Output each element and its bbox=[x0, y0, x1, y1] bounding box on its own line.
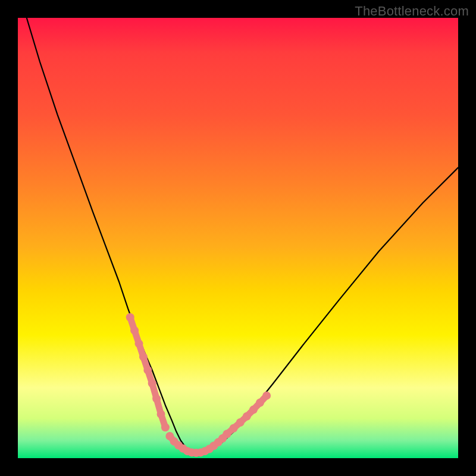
highlight-right bbox=[209, 392, 271, 450]
highlight-left-dot bbox=[130, 326, 139, 334]
highlight-right-dot bbox=[230, 424, 238, 433]
highlight-left-dot bbox=[161, 423, 170, 431]
highlight-right-dot bbox=[262, 392, 271, 400]
highlight-right-dot bbox=[249, 406, 258, 414]
highlight-left-dot bbox=[139, 353, 148, 361]
curve-line bbox=[27, 18, 458, 453]
highlight-left-dot bbox=[143, 366, 152, 374]
highlight-right-dot bbox=[223, 430, 231, 438]
highlight-left-dot bbox=[148, 379, 156, 387]
highlight-bottom bbox=[165, 432, 214, 457]
highlight-left-dot bbox=[157, 410, 165, 418]
highlight-left-dot bbox=[126, 313, 134, 321]
highlight-right-dot bbox=[243, 412, 251, 421]
chart-svg bbox=[18, 18, 458, 458]
highlight-left-dot bbox=[135, 340, 143, 348]
watermark-text: TheBottleneck.com bbox=[355, 4, 469, 19]
chart-area bbox=[18, 18, 458, 458]
highlight-left bbox=[126, 313, 170, 431]
highlight-right-dot bbox=[236, 418, 245, 427]
highlight-left-dot bbox=[152, 394, 161, 403]
highlight-right-dot bbox=[256, 399, 264, 407]
